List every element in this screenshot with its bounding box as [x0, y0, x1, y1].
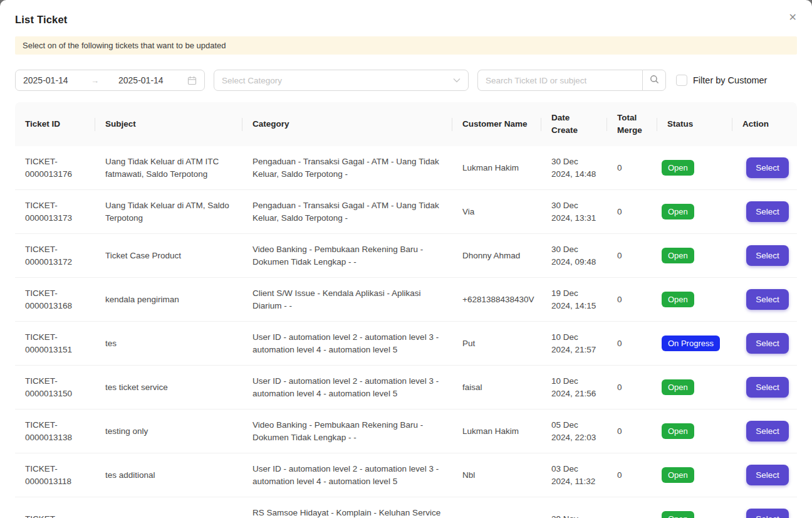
select-button[interactable]: Select — [746, 289, 789, 310]
ticket-id-cell: TICKET- 0000013176 — [15, 156, 95, 180]
total-merge-cell: 0 — [607, 469, 657, 482]
select-button[interactable]: Select — [746, 201, 789, 222]
status-cell: Open — [657, 511, 732, 518]
action-cell: Select — [732, 421, 797, 441]
ticket-id-cell: TICKET- 0000013150 — [15, 375, 95, 399]
category-cell: Video Banking - Pembukaan Rekening Baru … — [242, 419, 452, 443]
category-cell: Pengaduan - Transaksi Gagal - ATM - Uang… — [242, 199, 452, 224]
page-title: List Ticket — [15, 14, 797, 26]
ticket-id-cell: TICKET- — [15, 513, 95, 518]
status-badge: Open — [662, 160, 694, 176]
action-cell: Select — [732, 245, 797, 266]
total-merge-cell: 0 — [607, 206, 657, 218]
col-header-action: Action — [732, 102, 797, 146]
action-cell: Select — [732, 465, 797, 485]
date-create-cell: 03 Dec 2024, 11:32 — [541, 463, 607, 487]
category-cell: Video Banking - Pembukaan Rekening Baru … — [242, 243, 452, 268]
total-merge-cell: 0 — [607, 337, 657, 350]
date-create-cell: 10 Dec 2024, 21:57 — [541, 331, 607, 356]
status-badge: Open — [662, 248, 694, 264]
ticket-id-cell: TICKET- 0000013118 — [15, 463, 95, 487]
date-create-cell: 29 Nov — [541, 513, 607, 518]
customer-name-cell: Dhonny Ahmad — [452, 250, 541, 262]
table-row: TICKET- 0000013172 Ticket Case Product V… — [15, 234, 797, 278]
status-cell: Open — [657, 423, 732, 440]
search-icon — [650, 75, 659, 86]
date-create-cell: 30 Dec 2024, 14:48 — [541, 156, 607, 180]
status-cell: Open — [657, 467, 732, 484]
date-create-cell: 30 Dec 2024, 09:48 — [541, 243, 607, 268]
ticket-table-body: TICKET- 0000013176 Uang Tidak Keluar di … — [15, 146, 797, 518]
select-button[interactable]: Select — [746, 157, 789, 178]
table-row: TICKET- 0000013138 testing only Video Ba… — [15, 410, 797, 453]
table-row: TICKET- 0000013118 tes additional User I… — [15, 453, 797, 497]
select-button[interactable]: Select — [746, 421, 789, 441]
category-cell: User ID - automation level 2 - automatio… — [242, 463, 452, 487]
col-header-ticket-id: Ticket ID — [15, 102, 95, 146]
category-cell: RS Samsoe Hidayat - Komplain - Keluhan S… — [242, 507, 452, 518]
total-merge-cell: 0 — [607, 162, 657, 174]
category-cell: User ID - automation level 2 - automatio… — [242, 331, 452, 356]
filter-by-customer[interactable]: Filter by Customer — [676, 75, 767, 86]
category-select-placeholder: Select Category — [222, 76, 282, 85]
range-arrow-icon: → — [91, 76, 112, 85]
select-button[interactable]: Select — [746, 465, 789, 485]
subject-cell: Uang Tidak Keluar di ATM, Saldo Terpoton… — [95, 199, 242, 224]
filter-by-customer-checkbox[interactable] — [676, 75, 687, 86]
category-cell: Client S/W Issue - Kendala Aplikasi - Ap… — [242, 287, 452, 312]
filter-by-customer-label: Filter by Customer — [693, 75, 767, 85]
table-row: TICKET- 0000013176 Uang Tidak Keluar di … — [15, 146, 797, 190]
action-cell: Select — [732, 509, 797, 518]
col-header-status: Status — [657, 102, 732, 146]
subject-cell: Ticket Case Product — [95, 250, 242, 262]
col-header-customer-name: Customer Name — [452, 102, 541, 146]
modal-header: List Ticket ✕ — [15, 0, 797, 26]
customer-name-cell: Nbl — [452, 469, 541, 482]
status-badge: Open — [662, 292, 694, 308]
total-merge-cell: 0 — [607, 425, 657, 438]
table-row: TICKET- 0000013150 tes ticket service Us… — [15, 366, 797, 410]
table-row: TICKET- 0000013151 tes User ID - automat… — [15, 322, 797, 366]
list-ticket-modal: List Ticket ✕ Select on of the following… — [0, 0, 812, 518]
status-cell: Open — [657, 379, 732, 396]
customer-name-cell: +6281388438430V — [452, 293, 541, 306]
category-select[interactable]: Select Category — [214, 70, 469, 91]
status-badge: Open — [662, 204, 694, 220]
status-badge: Open — [662, 511, 694, 518]
action-cell: Select — [732, 333, 797, 354]
col-header-total-merge: Total Merge — [607, 102, 657, 146]
date-range-picker[interactable]: 2025-01-14 → 2025-01-14 — [15, 70, 205, 91]
subject-cell: testing only — [95, 425, 242, 438]
status-badge: Open — [662, 423, 694, 440]
table-row: TICKET- 0000013173 Uang Tidak Keluar di … — [15, 190, 797, 234]
action-cell: Select — [732, 377, 797, 398]
select-button[interactable]: Select — [746, 333, 789, 354]
subject-cell: Uang Tidak Keluar di ATM ITC fatmawati, … — [95, 156, 242, 180]
ticket-id-cell: TICKET- 0000013168 — [15, 287, 95, 312]
action-cell: Select — [732, 289, 797, 310]
action-cell: Select — [732, 157, 797, 178]
ticket-id-cell: TICKET- 0000013172 — [15, 243, 95, 268]
date-create-cell: 10 Dec 2024, 21:56 — [541, 375, 607, 399]
ticket-id-cell: TICKET- 0000013173 — [15, 199, 95, 224]
status-cell: On Progress — [657, 336, 732, 352]
customer-name-cell: Put — [452, 337, 541, 350]
search-input[interactable] — [477, 70, 642, 91]
ticket-table: Ticket ID Subject Category Customer Name… — [15, 102, 797, 518]
date-create-cell: 30 Dec 2024, 13:31 — [541, 199, 607, 224]
end-date-input[interactable]: 2025-01-14 — [118, 75, 164, 85]
customer-name-cell: Lukman Hakim — [452, 162, 541, 174]
category-cell: Pengaduan - Transaksi Gagal - ATM - Uang… — [242, 156, 452, 180]
select-button[interactable]: Select — [746, 245, 789, 266]
category-cell: User ID - automation level 2 - automatio… — [242, 375, 452, 399]
calendar-icon — [187, 76, 197, 85]
col-header-subject: Subject — [95, 102, 242, 146]
search-button[interactable] — [642, 70, 666, 91]
close-icon[interactable]: ✕ — [789, 13, 797, 23]
select-button[interactable]: Select — [746, 377, 789, 398]
status-badge: On Progress — [662, 336, 720, 352]
select-button[interactable]: Select — [746, 509, 789, 518]
customer-name-cell: Lukman Hakim — [452, 425, 541, 438]
start-date-input[interactable]: 2025-01-14 — [23, 75, 91, 85]
total-merge-cell: 0 — [607, 250, 657, 262]
